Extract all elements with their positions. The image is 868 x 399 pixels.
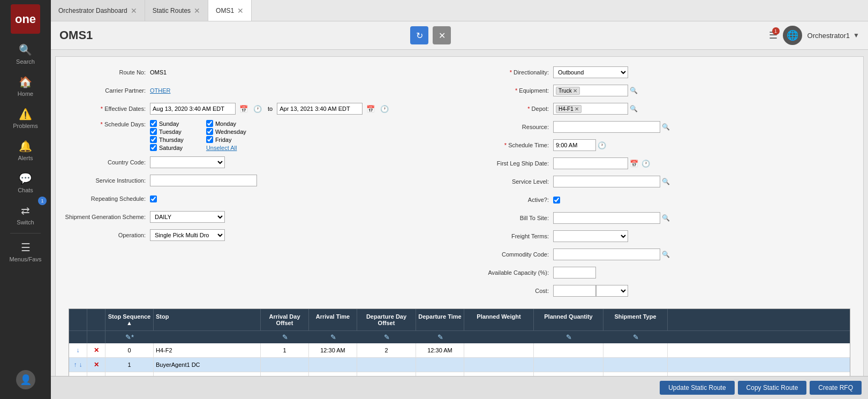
user-name: Orchestrator1 <box>807 32 850 40</box>
sub-stop-edit[interactable] <box>154 331 261 343</box>
tab-label: Orchestrator Dashboard <box>58 7 127 14</box>
monday-checkbox[interactable] <box>206 120 213 127</box>
service-level-label: Service Level: <box>467 178 553 185</box>
commodity-code-search-icon[interactable]: 🔍 <box>660 250 671 259</box>
update-static-route-button[interactable]: Update Static Route <box>660 381 734 395</box>
date-from-calendar-icon[interactable]: 📅 <box>238 104 250 114</box>
tab-close-icon[interactable]: ✕ <box>194 6 200 15</box>
freight-terms-select[interactable] <box>553 230 628 242</box>
notification-button[interactable]: ☰ 1 <box>769 29 778 41</box>
operation-select[interactable]: Single Pick Multi Dro <box>150 229 225 241</box>
available-capacity-row: Available Capacity (%): <box>467 266 855 280</box>
sidebar: one 🔍 Search 🏠 Home ⚠️ Problems 🔔 Alerts… <box>0 0 51 399</box>
sub-planned-quantity-edit[interactable]: ✎ <box>534 331 603 343</box>
sidebar-item-switch[interactable]: ⇄ 1 Switch <box>0 199 51 231</box>
form-left-column: Route No: OMS1 Carrier Partner: OTHER Ef… <box>64 65 451 302</box>
tab-oms1[interactable]: OMS1 ✕ <box>208 0 252 21</box>
sidebar-item-search[interactable]: 🔍 Search <box>0 38 51 70</box>
effective-dates-group: 📅 🕐 to 📅 🕐 <box>150 103 390 115</box>
schedule-time-label: Schedule Time: <box>467 142 553 148</box>
resource-search-icon[interactable]: 🔍 <box>660 123 671 131</box>
available-capacity-input[interactable] <box>553 267 596 278</box>
saturday-checkbox[interactable] <box>150 144 157 151</box>
sidebar-item-problems[interactable]: ⚠️ Problems <box>0 102 51 134</box>
sub-shipment-type-edit[interactable]: ✎ <box>603 331 668 343</box>
first-leg-calendar-icon[interactable]: 📅 <box>628 159 640 168</box>
sub-planned-weight-edit[interactable] <box>464 331 534 343</box>
cost-input[interactable] <box>553 285 596 297</box>
cost-unit-select[interactable] <box>596 285 628 297</box>
sub-departure-day-edit[interactable]: ✎ <box>357 331 416 343</box>
service-level-search-icon[interactable]: 🔍 <box>660 177 671 186</box>
resource-input[interactable] <box>553 121 660 133</box>
country-code-label: Country Code: <box>64 159 150 165</box>
bill-to-site-input[interactable] <box>553 212 660 224</box>
row0-delete-button[interactable]: ✕ <box>94 347 99 354</box>
equipment-search-icon[interactable]: 🔍 <box>628 86 639 95</box>
date-to-calendar-icon[interactable]: 📅 <box>365 104 376 114</box>
bill-to-site-search-icon[interactable]: 🔍 <box>660 214 671 222</box>
effective-date-from-input[interactable] <box>150 103 236 115</box>
repeating-schedule-checkbox[interactable] <box>150 195 157 202</box>
sidebar-item-menus[interactable]: ☰ Menus/Favs <box>0 236 51 268</box>
carrier-partner-value[interactable]: OTHER <box>150 87 171 94</box>
create-rfq-button[interactable]: Create RFQ <box>810 381 862 395</box>
tab-label: OMS1 <box>216 7 234 14</box>
unselect-all-link[interactable]: Unselect All <box>206 145 237 151</box>
directionality-select[interactable]: Outbound <box>553 66 628 78</box>
active-checkbox[interactable] <box>553 197 560 204</box>
row1-down-button[interactable]: ↓ <box>79 361 82 368</box>
first-leg-clock-icon[interactable]: 🕐 <box>640 159 652 168</box>
tab-close-icon[interactable]: ✕ <box>131 6 137 15</box>
sidebar-item-home[interactable]: 🏠 Home <box>0 70 51 102</box>
thursday-checkbox[interactable] <box>150 136 157 143</box>
tab-label: Static Routes <box>153 7 191 14</box>
sidebar-item-alerts[interactable]: 🔔 Alerts <box>0 134 51 167</box>
sidebar-item-chats[interactable]: 💬 Chats <box>0 167 51 199</box>
copy-static-route-button[interactable]: Copy Static Route <box>738 381 807 395</box>
sub-stop-seq-edit[interactable]: ✎* <box>105 331 154 343</box>
commodity-code-input[interactable] <box>553 249 660 260</box>
service-level-input[interactable] <box>553 176 660 187</box>
sub-departure-time-edit[interactable]: ✎ <box>416 331 464 343</box>
refresh-button[interactable]: ↻ <box>410 26 428 44</box>
sunday-checkbox[interactable] <box>150 120 157 127</box>
schedule-time-input[interactable] <box>553 139 596 151</box>
shipment-gen-scheme-select[interactable]: DAILY <box>150 211 225 223</box>
row1-delete-button[interactable]: ✕ <box>94 361 99 368</box>
row2-seq: 2 <box>105 372 154 376</box>
schedule-time-clock-icon[interactable]: 🕐 <box>596 141 608 150</box>
service-instruction-input[interactable] <box>150 175 257 186</box>
row1-stop: BuyerAgent1 DC <box>154 358 261 372</box>
equipment-tag: Truck ✕ <box>556 87 580 95</box>
friday-checkbox[interactable] <box>206 136 213 143</box>
sidebar-item-user-avatar[interactable]: 👤 <box>0 365 51 395</box>
table-row: ↑ ↓ ✕ 1 BuyerAgent1 DC <box>69 358 850 372</box>
row1-up-down-action: ↑ ↓ <box>69 358 87 372</box>
tab-static-routes[interactable]: Static Routes ✕ <box>145 0 208 21</box>
tab-orchestrator-dashboard[interactable]: Orchestrator Dashboard ✕ <box>51 0 145 21</box>
th-stop: Stop <box>154 309 261 330</box>
form-right-column: Directionality: Outbound Equipment: Truc… <box>467 65 855 302</box>
depot-search-icon[interactable]: 🔍 <box>628 104 639 113</box>
sub-arrival-day-edit[interactable]: ✎ <box>261 331 309 343</box>
tuesday-checkbox[interactable] <box>150 128 157 135</box>
table-subrow: ✎* ✎ ✎ ✎ ✎ ✎ ✎ <box>69 330 850 343</box>
wednesday-checkbox[interactable] <box>206 128 213 135</box>
row1-shipment-type <box>603 358 668 372</box>
equipment-tag-close[interactable]: ✕ <box>573 88 577 94</box>
sub-arrival-time-edit[interactable]: ✎ <box>309 331 357 343</box>
row1-up-button[interactable]: ↑ <box>74 361 77 368</box>
date-from-clock-icon[interactable]: 🕐 <box>252 104 263 114</box>
country-code-select[interactable] <box>150 156 225 168</box>
first-leg-ship-date-input[interactable] <box>553 157 628 169</box>
row1-planned-quantity <box>534 358 603 372</box>
date-to-clock-icon[interactable]: 🕐 <box>379 104 390 114</box>
row0-down-button[interactable]: ↓ <box>77 347 80 354</box>
depot-tag-close[interactable]: ✕ <box>575 106 579 112</box>
user-dropdown[interactable]: Orchestrator1 ▼ <box>807 32 859 40</box>
tab-close-icon[interactable]: ✕ <box>237 6 244 15</box>
effective-date-to-input[interactable] <box>277 103 363 115</box>
close-button[interactable]: ✕ <box>433 26 451 44</box>
header-right: ☰ 1 🌐 Orchestrator1 ▼ <box>769 26 859 45</box>
